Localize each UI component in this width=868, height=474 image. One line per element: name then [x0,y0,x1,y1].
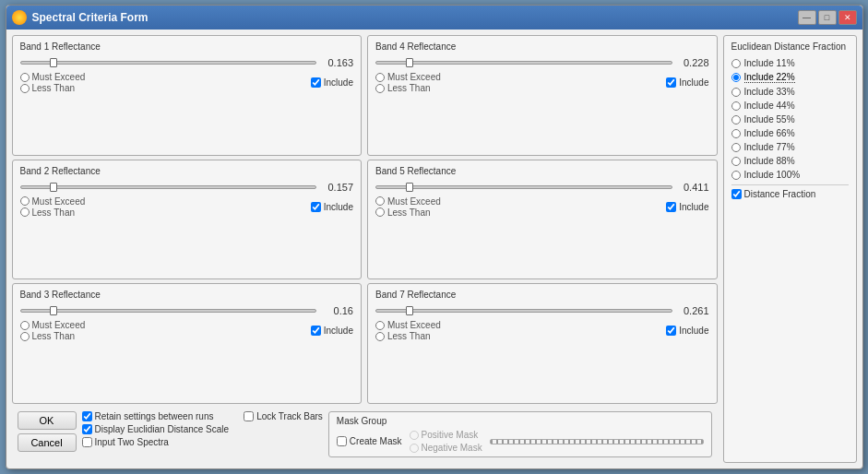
input-two-spectra-checkbox[interactable] [82,437,92,447]
euclidean-option-4[interactable]: Include 55% [731,113,849,125]
band3-radio-group: Must Exceed Less Than [20,320,307,341]
band2-less-than-radio[interactable] [20,207,30,217]
euclidean-option-3[interactable]: Include 44% [731,100,849,112]
band2-include-label[interactable]: Include [311,202,353,212]
band5-less-than-radio[interactable] [375,207,385,217]
band2-title: Band 2 Reflectance [20,166,354,176]
create-mask-checkbox[interactable] [337,436,347,446]
band3-less-than-label[interactable]: Less Than [20,331,307,341]
positive-mask-radio[interactable] [410,431,419,440]
band5-slider-thumb[interactable] [406,183,413,192]
euclidean-option-8[interactable]: Include 100% [731,169,849,181]
band4-include-checkbox[interactable] [666,77,676,88]
band3-include-label[interactable]: Include [311,326,353,336]
band5-less-than-label[interactable]: Less Than [375,207,662,218]
mask-group-title: Mask Group [337,416,704,426]
band2-include-checkbox[interactable] [311,202,321,212]
euclidean-option-6[interactable]: Include 77% [731,141,849,153]
euclidean-radio-7[interactable] [731,157,741,166]
band7-must-exceed-radio[interactable] [375,321,385,330]
band2-slider-thumb[interactable] [50,183,57,192]
band3-slider-track[interactable] [20,309,317,313]
mask-group-content: Create Mask Positive Mask Negative Mask [337,430,704,453]
band7-value: 0.261 [676,305,709,316]
band5-include-label[interactable]: Include [666,202,708,212]
band1-slider-track[interactable] [20,61,317,65]
band1-include-checkbox[interactable] [311,77,321,88]
positive-mask-label[interactable]: Positive Mask [410,430,482,440]
band7-include-label[interactable]: Include [666,326,708,336]
euclidean-radio-5[interactable] [731,129,741,138]
retain-settings-label[interactable]: Retain settings between runs [82,411,230,421]
euclidean-option-7[interactable]: Include 88% [731,155,849,167]
negative-mask-radio[interactable] [410,444,419,453]
euclidean-radio-8[interactable] [731,171,741,180]
band3-include-checkbox[interactable] [311,326,321,336]
input-two-spectra-label[interactable]: Input Two Spectra [82,437,230,447]
band3-must-exceed-label[interactable]: Must Exceed [20,320,307,330]
band7-include-checkbox[interactable] [666,326,676,336]
euclidean-option-2[interactable]: Include 33% [731,86,849,98]
band5-include-checkbox[interactable] [666,202,676,212]
negative-mask-label[interactable]: Negative Mask [410,443,482,453]
mask-slider-track[interactable] [490,439,704,444]
band7-slider-track[interactable] [375,309,672,313]
cancel-button[interactable]: Cancel [18,433,77,452]
band2-slider-track[interactable] [20,185,317,189]
band4-must-exceed-radio[interactable] [375,73,385,82]
band5-must-exceed-label[interactable]: Must Exceed [375,196,662,207]
euclidean-option-5[interactable]: Include 66% [731,127,849,139]
band4-less-than-radio[interactable] [375,84,385,93]
distance-fraction-label[interactable]: Distance Fraction [731,189,849,199]
titlebar: Spectral Criteria Form — □ ✕ [6,6,862,30]
euclidean-radio-2[interactable] [731,88,741,97]
restore-button[interactable]: □ [818,10,837,25]
band7-slider-thumb[interactable] [406,306,413,315]
ok-button[interactable]: OK [18,411,77,430]
band7-less-than-radio[interactable] [375,332,385,341]
band2-less-than-label[interactable]: Less Than [20,207,307,218]
band7-controls: Must Exceed Less Than Include [375,320,709,341]
euclidean-panel: Euclidean Distance Fraction Include 11% … [723,35,857,463]
band7-less-than-label[interactable]: Less Than [375,331,662,341]
lock-track-bars-label[interactable]: Lock Track Bars [244,411,323,421]
band4-slider-track[interactable] [375,61,672,65]
create-mask-label[interactable]: Create Mask [337,436,402,446]
band1-less-than-label[interactable]: Less Than [20,83,307,93]
euclidean-radio-0[interactable] [731,59,741,68]
band7-must-exceed-label[interactable]: Must Exceed [375,320,662,330]
band3-less-than-radio[interactable] [20,332,30,341]
band3-slider-thumb[interactable] [50,306,57,315]
band3-slider-row: 0.16 [20,305,354,316]
minimize-button[interactable]: — [798,10,816,25]
display-euclidian-checkbox[interactable] [82,424,92,434]
band1-must-exceed-radio[interactable] [20,73,30,82]
euclidean-radio-6[interactable] [731,143,741,152]
euclidean-radio-4[interactable] [731,115,741,124]
band2-must-exceed-label[interactable]: Must Exceed [20,196,307,207]
band2-must-exceed-radio[interactable] [20,196,30,206]
band1-must-exceed-label[interactable]: Must Exceed [20,72,307,82]
band4-must-exceed-label[interactable]: Must Exceed [375,72,662,82]
band4-less-than-label[interactable]: Less Than [375,83,662,93]
band4-slider-thumb[interactable] [406,58,413,67]
band1-less-than-radio[interactable] [20,84,30,93]
band5-slider-track[interactable] [375,185,672,189]
retain-settings-checkbox[interactable] [82,411,92,421]
close-button[interactable]: ✕ [838,10,857,25]
band3-must-exceed-radio[interactable] [20,321,30,330]
band4-include-label[interactable]: Include [666,77,708,88]
euclidean-radio-1[interactable] [731,73,741,82]
band1-value: 0.163 [320,57,353,68]
band2-controls: Must Exceed Less Than Include [20,196,354,218]
euclidean-option-0[interactable]: Include 11% [731,57,849,69]
band1-include-label[interactable]: Include [311,77,353,88]
lock-track-bars-checkbox[interactable] [244,411,254,421]
display-euclidian-label[interactable]: Display Euclidian Distance Scale [82,424,230,434]
band5-must-exceed-radio[interactable] [375,196,385,206]
euclidean-radio-3[interactable] [731,101,741,111]
euclidean-option-1[interactable]: Include 22% [731,71,849,84]
band1-radio-group: Must Exceed Less Than [20,72,307,93]
distance-fraction-checkbox[interactable] [731,189,742,199]
band1-slider-thumb[interactable] [50,58,57,67]
